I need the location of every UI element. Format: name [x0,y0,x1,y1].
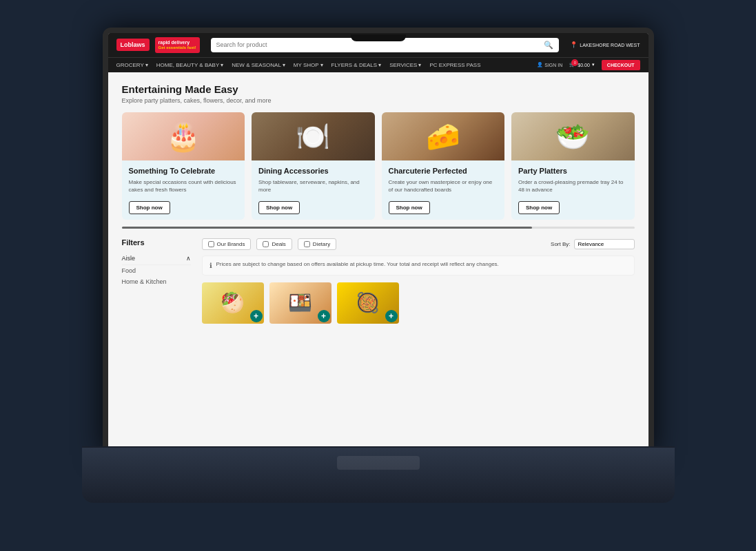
filter-chip-deals[interactable]: Deals [256,238,292,250]
card-title-platters: Party Platters [518,166,628,176]
laptop-wrapper: Loblaws rapid delivery Get essentials fa… [82,28,675,523]
filter-item-home-kitchen[interactable]: Home & Kitchen [122,276,191,287]
sort-area: Sort By: Relevance Price: Low to High Pr… [551,239,634,249]
location-area: 📍 LAKESHORE ROAD WEST [570,41,640,48]
nav-label-services: SERVICES [389,62,417,68]
card-charcuterie: Charcuterie Perfected Create your own ma… [382,112,505,220]
filter-chip-our-brands[interactable]: Our Brands [202,238,252,250]
nav-item-home-beauty[interactable]: HOME, BEAUTY & BABY ▾ [156,58,223,72]
card-desc-charcuterie: Create your own masterpiece or enjoy one… [389,178,498,194]
card-title-celebrate: Something To Celebrate [129,166,238,176]
filter-chip-dietary[interactable]: Dietary [298,238,336,250]
nav-item-new-seasonal[interactable]: NEW & SEASONAL ▾ [232,58,285,72]
card-image-platters [511,112,635,160]
card-image-dining [252,112,375,160]
section-title: Entertaining Made Easy [122,83,635,95]
nav-item-my-shop[interactable]: MY SHOP ▾ [294,58,323,72]
nav-arrow-new: ▾ [283,62,285,68]
nav-label-home: HOME, BEAUTY & BABY [156,62,219,68]
nav-bar: GROCERY ▾ HOME, BEAUTY & BABY ▾ NEW & SE… [108,57,648,72]
rapid-delivery-text: rapid delivery [159,40,190,45]
scroll-track [122,227,635,229]
sort-label: Sort By: [551,241,570,247]
filter-checkbox-deals[interactable] [263,241,269,247]
cart-dropdown-arrow: ▾ [592,62,595,67]
card-body-charcuterie: Charcuterie Perfected Create your own ma… [382,160,505,220]
sort-select[interactable]: Relevance Price: Low to High Price: High… [574,239,635,249]
cart-total: $0.00 [578,63,590,67]
nav-item-flyers-deals[interactable]: FLYERS & DEALS ▾ [331,58,382,72]
chip-label-our-brands: Our Brands [217,241,245,247]
nav-arrow-myshop: ▾ [320,62,323,68]
filter-item-food[interactable]: Food [122,265,191,276]
nav-item-pc-express[interactable]: PC EXPRESS PASS [429,58,480,72]
sign-in-label: SIGN IN [544,63,562,67]
card-desc-dining: Shop tableware, serveware, napkins, and … [258,178,368,194]
search-input[interactable] [216,41,544,48]
rapid-delivery-sub: Get essentials fast! [159,45,196,51]
price-notice-text: Prices are subject to change based on of… [216,260,499,268]
loblaws-logo: Loblaws [116,39,150,51]
card-dining: Dining Accessories Shop tableware, serve… [252,112,375,220]
nav-label-pc: PC EXPRESS PASS [429,62,480,68]
card-body-celebrate: Something To Celebrate Make special occa… [122,160,245,220]
card-desc-celebrate: Make special occasions count with delici… [129,178,238,194]
cart-icon-wrapper: 🛒 0 [569,62,575,67]
nav-label-flyers: FLYERS & DEALS [331,62,378,68]
shop-now-button-dining[interactable]: Shop now [258,201,300,214]
card-celebrate: Something To Celebrate Make special occa… [122,112,245,220]
shop-now-button-charcuterie[interactable]: Shop now [389,201,430,214]
screen-content: Loblaws rapid delivery Get essentials fa… [108,33,648,449]
info-icon: ℹ [210,261,212,271]
add-to-cart-button-1[interactable]: + [250,310,263,322]
shop-now-button-celebrate[interactable]: Shop now [129,201,170,214]
product-card-2: 🍱 + [269,282,331,324]
card-title-dining: Dining Accessories [258,166,368,176]
price-notice: ℹ Prices are subject to change based on … [202,256,635,276]
card-image-celebrate [122,112,245,160]
nav-label-grocery: GROCERY [116,62,144,68]
filters-sidebar: Filters Aisle ∧ Food Home & Kitchen [122,238,191,287]
laptop-base [82,448,675,503]
laptop-trackpad [337,456,420,470]
filter-group-aisle[interactable]: Aisle ∧ [122,252,191,265]
card-desc-platters: Order a crowd-pleasing premade tray 24 t… [518,178,628,194]
cards-grid: Something To Celebrate Make special occa… [122,112,635,220]
card-body-dining: Dining Accessories Shop tableware, serve… [252,160,375,220]
nav-arrow-grocery: ▾ [145,62,148,68]
nav-label-myshop: MY SHOP [294,62,319,68]
filters-title: Filters [122,238,191,247]
aisle-collapse-icon: ∧ [186,255,191,262]
nav-item-grocery[interactable]: GROCERY ▾ [116,58,148,72]
checkout-button[interactable]: CHECKOUT [602,60,640,70]
filter-checkbox-dietary[interactable] [304,241,310,247]
card-platters: Party Platters Order a crowd-pleasing pr… [511,112,635,220]
nav-right: 👤 SIGN IN 🛒 0 $0.00 ▾ CHECKOUT [537,60,640,70]
nav-arrow-services: ▾ [418,62,421,68]
card-body-platters: Party Platters Order a crowd-pleasing pr… [511,160,635,220]
nav-label-new: NEW & SEASONAL [232,62,281,68]
nav-arrow-flyers: ▾ [378,62,381,68]
card-title-charcuterie: Charcuterie Perfected [389,166,498,176]
scroll-indicator [122,227,635,229]
add-to-cart-button-2[interactable]: + [318,310,330,322]
product-card-1: 🥙 + [202,282,264,324]
chip-label-deals: Deals [272,241,285,247]
scroll-thumb [122,227,532,229]
filter-bar: Our Brands Deals Dietary Sor [202,238,635,250]
cart-area[interactable]: 🛒 0 $0.00 ▾ [569,62,595,67]
location-text: LAKESHORE ROAD WEST [580,43,640,48]
laptop-screen: Loblaws rapid delivery Get essentials fa… [103,28,654,455]
filter-checkbox-our-brands[interactable] [208,241,214,247]
main-content: Entertaining Made Easy Explore party pla… [108,72,648,335]
nav-arrow-home: ▾ [221,62,223,68]
shop-now-button-platters[interactable]: Shop now [518,201,560,214]
add-to-cart-button-3[interactable]: + [385,310,398,322]
logo-area: Loblaws rapid delivery Get essentials fa… [116,37,200,53]
nav-item-services[interactable]: SERVICES ▾ [389,58,421,72]
sign-in-icon: 👤 [537,62,543,67]
aisle-label: Aisle [122,255,136,262]
sign-in-button[interactable]: 👤 SIGN IN [537,62,562,67]
laptop-notch [351,34,406,41]
search-icon: 🔍 [544,41,553,50]
